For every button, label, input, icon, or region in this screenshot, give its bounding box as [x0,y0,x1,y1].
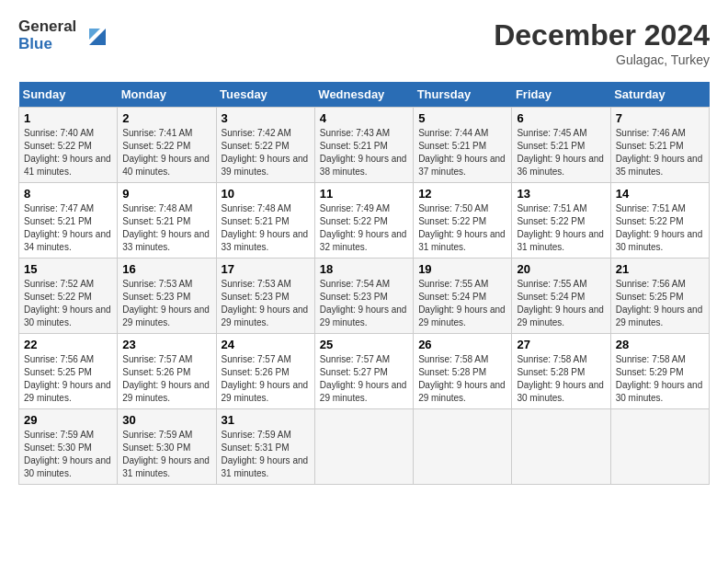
day-info: Sunrise: 7:58 AM Sunset: 5:28 PM Dayligh… [418,353,506,405]
day-number: 20 [517,262,605,276]
day-info: Sunrise: 7:41 AM Sunset: 5:22 PM Dayligh… [122,127,210,178]
day-info: Sunrise: 7:49 AM Sunset: 5:22 PM Dayligh… [320,202,408,254]
day-number: 27 [517,338,605,351]
day-info: Sunrise: 7:48 AM Sunset: 5:21 PM Dayligh… [222,202,310,254]
day-number: 22 [24,338,112,351]
week-row-4: 22 Sunrise: 7:56 AM Sunset: 5:25 PM Dayl… [19,334,710,409]
title-block: December 2024 Gulagac, Turkey [494,18,710,67]
day-number: 5 [418,111,506,125]
col-header-sunday: Sunday [19,82,118,108]
calendar-cell: 7 Sunrise: 7:46 AM Sunset: 5:21 PM Dayli… [610,108,709,183]
calendar-cell: 11 Sunrise: 7:49 AM Sunset: 5:22 PM Dayl… [314,183,413,259]
calendar-cell: 26 Sunrise: 7:58 AM Sunset: 5:28 PM Dayl… [414,334,512,409]
day-info: Sunrise: 7:59 AM Sunset: 5:31 PM Dayligh… [222,429,310,480]
day-info: Sunrise: 7:44 AM Sunset: 5:21 PM Dayligh… [418,127,506,178]
day-number: 6 [517,111,605,125]
day-info: Sunrise: 7:54 AM Sunset: 5:23 PM Dayligh… [320,278,408,329]
calendar-cell: 15 Sunrise: 7:52 AM Sunset: 5:22 PM Dayl… [19,259,118,334]
calendar-header-row: SundayMondayTuesdayWednesdayThursdayFrid… [19,82,710,108]
day-info: Sunrise: 7:47 AM Sunset: 5:21 PM Dayligh… [24,202,112,254]
day-info: Sunrise: 7:59 AM Sunset: 5:30 PM Dayligh… [24,429,112,480]
logo-blue: Blue [18,36,76,53]
calendar-cell: 31 Sunrise: 7:59 AM Sunset: 5:31 PM Dayl… [216,409,314,485]
day-number: 23 [122,338,210,351]
calendar-cell: 2 Sunrise: 7:41 AM Sunset: 5:22 PM Dayli… [118,108,216,183]
month-year-title: December 2024 [494,18,710,52]
calendar-cell: 21 Sunrise: 7:56 AM Sunset: 5:25 PM Dayl… [610,259,709,334]
calendar-cell [414,409,512,485]
calendar-cell: 24 Sunrise: 7:57 AM Sunset: 5:26 PM Dayl… [216,334,314,409]
day-number: 19 [418,262,506,276]
day-number: 31 [222,413,310,427]
week-row-1: 1 Sunrise: 7:40 AM Sunset: 5:22 PM Dayli… [19,108,710,183]
day-number: 29 [24,413,112,427]
day-info: Sunrise: 7:56 AM Sunset: 5:25 PM Dayligh… [616,278,704,329]
calendar-cell [512,409,610,485]
col-header-thursday: Thursday [414,82,512,108]
day-number: 4 [320,111,408,125]
col-header-wednesday: Wednesday [314,82,413,108]
day-number: 24 [222,338,310,351]
day-number: 2 [122,111,210,125]
day-info: Sunrise: 7:50 AM Sunset: 5:22 PM Dayligh… [418,202,506,254]
calendar-cell: 13 Sunrise: 7:51 AM Sunset: 5:22 PM Dayl… [512,183,610,259]
calendar-cell: 16 Sunrise: 7:53 AM Sunset: 5:23 PM Dayl… [118,259,216,334]
col-header-friday: Friday [512,82,610,108]
day-info: Sunrise: 7:53 AM Sunset: 5:23 PM Dayligh… [122,278,210,329]
logo: General Blue [18,18,113,52]
day-info: Sunrise: 7:43 AM Sunset: 5:21 PM Dayligh… [320,127,408,178]
calendar-cell: 4 Sunrise: 7:43 AM Sunset: 5:21 PM Dayli… [314,108,413,183]
day-number: 21 [616,262,704,276]
calendar-cell: 25 Sunrise: 7:57 AM Sunset: 5:27 PM Dayl… [314,334,413,409]
day-number: 25 [320,338,408,351]
week-row-2: 8 Sunrise: 7:47 AM Sunset: 5:21 PM Dayli… [19,183,710,259]
calendar-cell: 22 Sunrise: 7:56 AM Sunset: 5:25 PM Dayl… [19,334,118,409]
day-info: Sunrise: 7:46 AM Sunset: 5:21 PM Dayligh… [616,127,704,178]
col-header-saturday: Saturday [610,82,709,108]
calendar-cell [314,409,413,485]
page-header: General Blue December 2024 Gulagac, Turk… [18,18,710,67]
day-number: 8 [24,187,112,201]
calendar-cell: 28 Sunrise: 7:58 AM Sunset: 5:29 PM Dayl… [610,334,709,409]
calendar-cell: 9 Sunrise: 7:48 AM Sunset: 5:21 PM Dayli… [118,183,216,259]
calendar-cell: 29 Sunrise: 7:59 AM Sunset: 5:30 PM Dayl… [19,409,118,485]
day-number: 14 [616,187,704,201]
day-info: Sunrise: 7:55 AM Sunset: 5:24 PM Dayligh… [517,278,605,329]
calendar-cell: 30 Sunrise: 7:59 AM Sunset: 5:30 PM Dayl… [118,409,216,485]
day-info: Sunrise: 7:45 AM Sunset: 5:21 PM Dayligh… [517,127,605,178]
day-info: Sunrise: 7:58 AM Sunset: 5:28 PM Dayligh… [517,353,605,405]
day-number: 16 [122,262,210,276]
day-info: Sunrise: 7:48 AM Sunset: 5:21 PM Dayligh… [122,202,210,254]
calendar-cell: 27 Sunrise: 7:58 AM Sunset: 5:28 PM Dayl… [512,334,610,409]
day-number: 3 [222,111,310,125]
calendar-cell: 8 Sunrise: 7:47 AM Sunset: 5:21 PM Dayli… [19,183,118,259]
day-number: 11 [320,187,408,201]
day-info: Sunrise: 7:52 AM Sunset: 5:22 PM Dayligh… [24,278,112,329]
day-info: Sunrise: 7:57 AM Sunset: 5:27 PM Dayligh… [320,353,408,405]
calendar-table: SundayMondayTuesdayWednesdayThursdayFrid… [18,82,710,485]
day-number: 10 [222,187,310,201]
location-subtitle: Gulagac, Turkey [494,52,710,67]
day-info: Sunrise: 7:42 AM Sunset: 5:22 PM Dayligh… [222,127,310,178]
calendar-cell: 18 Sunrise: 7:54 AM Sunset: 5:23 PM Dayl… [314,259,413,334]
calendar-cell: 6 Sunrise: 7:45 AM Sunset: 5:21 PM Dayli… [512,108,610,183]
week-row-3: 15 Sunrise: 7:52 AM Sunset: 5:22 PM Dayl… [19,259,710,334]
day-number: 26 [418,338,506,351]
day-info: Sunrise: 7:55 AM Sunset: 5:24 PM Dayligh… [418,278,506,329]
day-info: Sunrise: 7:57 AM Sunset: 5:26 PM Dayligh… [122,353,210,405]
logo-general: General [18,18,76,36]
day-number: 13 [517,187,605,201]
day-number: 1 [24,111,112,125]
day-info: Sunrise: 7:57 AM Sunset: 5:26 PM Dayligh… [222,353,310,405]
day-info: Sunrise: 7:58 AM Sunset: 5:29 PM Dayligh… [616,353,704,405]
calendar-cell: 19 Sunrise: 7:55 AM Sunset: 5:24 PM Dayl… [414,259,512,334]
day-info: Sunrise: 7:51 AM Sunset: 5:22 PM Dayligh… [517,202,605,254]
day-number: 28 [616,338,704,351]
calendar-cell: 5 Sunrise: 7:44 AM Sunset: 5:21 PM Dayli… [414,108,512,183]
calendar-cell: 20 Sunrise: 7:55 AM Sunset: 5:24 PM Dayl… [512,259,610,334]
day-number: 9 [122,187,210,201]
day-info: Sunrise: 7:53 AM Sunset: 5:23 PM Dayligh… [222,278,310,329]
col-header-tuesday: Tuesday [216,82,314,108]
day-info: Sunrise: 7:40 AM Sunset: 5:22 PM Dayligh… [24,127,112,178]
calendar-cell: 1 Sunrise: 7:40 AM Sunset: 5:22 PM Dayli… [19,108,118,183]
